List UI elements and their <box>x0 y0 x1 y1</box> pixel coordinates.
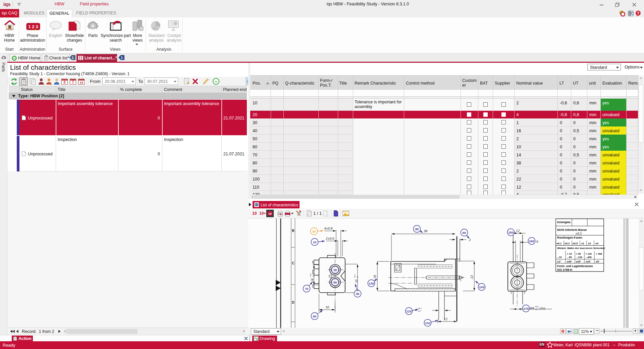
svg-text:...400: ...400 <box>585 256 592 259</box>
svg-text:C: C <box>292 261 294 265</box>
svg-text:12: 12 <box>516 229 520 233</box>
svg-text:160: 160 <box>529 239 534 243</box>
svg-text:±20’: ±20’ <box>576 260 581 263</box>
svg-text:20: 20 <box>312 230 316 233</box>
svg-text:> 400: > 400 <box>596 252 602 255</box>
svg-text:150: 150 <box>508 231 514 234</box>
svg-text:60: 60 <box>313 314 317 318</box>
svg-text:+0.5: +0.5 <box>354 275 356 278</box>
svg-text:-0.7: -0.7 <box>418 310 421 312</box>
svg-text:16: 16 <box>355 280 358 283</box>
svg-text:±30': ±30' <box>567 260 572 263</box>
svg-text:D: D <box>292 301 294 304</box>
svg-text:±0,5: ±0,5 <box>575 231 582 235</box>
svg-text:40: 40 <box>356 292 360 296</box>
svg-text:18: 18 <box>373 275 377 279</box>
svg-text:14: 14 <box>79 81 83 84</box>
svg-text:> 50: > 50 <box>576 252 581 255</box>
svg-text:+0.5: +0.5 <box>310 273 312 277</box>
svg-text:...120: ...120 <box>576 256 582 259</box>
svg-text:(2x): (2x) <box>540 306 545 310</box>
svg-text:-0.5: -0.5 <box>535 308 538 310</box>
svg-text:> 120: > 120 <box>585 252 592 255</box>
svg-text:30: 30 <box>333 268 337 272</box>
svg-text:70: 70 <box>305 287 309 291</box>
svg-text:7: 7 <box>72 81 74 84</box>
svg-text:100: 100 <box>479 285 484 289</box>
svg-text:170: 170 <box>523 307 529 310</box>
svg-text:90: 90 <box>463 231 466 235</box>
svg-text:...50: ...50 <box>567 256 572 259</box>
svg-text:+0.5: +0.5 <box>418 307 422 309</box>
svg-text:1: 1 <box>121 56 123 60</box>
svg-text:1 2 3: 1 2 3 <box>29 24 38 29</box>
svg-text:±4: ±4 <box>595 242 598 245</box>
svg-text:?: ? <box>637 11 639 16</box>
svg-text:12: 12 <box>444 317 448 321</box>
svg-text:±2: ±2 <box>588 242 591 245</box>
svg-text:130: 130 <box>369 282 374 285</box>
svg-text:ISO 2768-H: ISO 2768-H <box>557 268 572 271</box>
svg-text:2: 2 <box>469 238 471 242</box>
svg-text:4±0.8: 4±0.8 <box>324 226 333 230</box>
svg-text:110: 110 <box>425 321 430 325</box>
svg-text:1: 1 <box>72 56 74 60</box>
svg-text:Winkel, Maße der kuerzeren Sch: Winkel, Maße der kuerzeren Schenkel <box>557 247 605 250</box>
svg-text:-0: -0 <box>312 276 314 277</box>
svg-text:80: 80 <box>415 227 419 231</box>
svg-text:10: 10 <box>268 212 272 215</box>
svg-text:Ø4: Ø4 <box>530 306 534 310</box>
svg-text:±1: ±1 <box>581 242 584 245</box>
svg-text:±10': ±10' <box>586 260 591 263</box>
svg-text:±1°: ±1° <box>557 260 561 263</box>
svg-text:10: 10 <box>313 240 317 244</box>
svg-text:14: 14 <box>310 279 314 282</box>
svg-text:0: 0 <box>64 81 66 84</box>
svg-text:38: 38 <box>423 229 428 233</box>
svg-text:+0.5: +0.5 <box>535 305 539 308</box>
svg-text:±5': ±5' <box>596 260 599 263</box>
svg-text:2±0.6: 2±0.6 <box>326 236 334 240</box>
svg-text:-0: -0 <box>357 277 359 278</box>
svg-text:Innengew.: Innengew. <box>557 220 571 224</box>
svg-text:...10: ...10 <box>557 256 562 259</box>
svg-text:B: B <box>292 229 294 233</box>
svg-text:10: 10 <box>325 305 329 309</box>
svg-text:120: 120 <box>406 309 412 313</box>
svg-text:50: 50 <box>333 281 337 284</box>
svg-text:±0,5: ±0,5 <box>573 242 578 245</box>
svg-text:> 10: > 10 <box>567 252 572 255</box>
svg-text:±0,2: ±0,2 <box>565 242 570 245</box>
svg-text:Nicht tolerierte Masse: Nicht tolerierte Masse <box>557 228 587 232</box>
svg-text:22: 22 <box>470 275 474 279</box>
svg-text:6: 6 <box>536 239 538 243</box>
svg-text:±0,1: ±0,1 <box>556 242 562 245</box>
svg-text:Rundungen-Fasen: Rundungen-Fasen <box>557 236 582 239</box>
svg-text:Form- und Lagetoleranzen: Form- und Lagetoleranzen <box>557 264 593 268</box>
svg-text:ïv: ïv <box>215 80 217 83</box>
